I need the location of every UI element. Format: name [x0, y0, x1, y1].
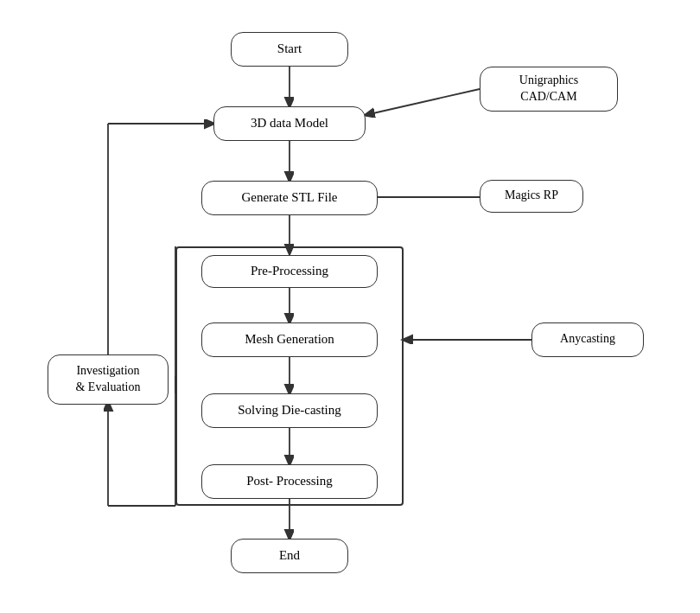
postprocessing-node: Post- Processing — [201, 464, 378, 499]
end-node: End — [231, 539, 348, 573]
flowchart-diagram: Start 3D data Model Generate STL File Pr… — [22, 13, 678, 601]
mesh-node: Mesh Generation — [201, 322, 378, 357]
magics-node: Magics RP — [480, 180, 583, 213]
stl-node: Generate STL File — [201, 181, 378, 215]
unigraphics-node: Unigraphics CAD/CAM — [480, 67, 618, 112]
start-node: Start — [231, 32, 348, 67]
svg-line-15 — [366, 89, 480, 115]
investigation-node: Investigation & Evaluation — [48, 354, 169, 405]
model3d-node: 3D data Model — [213, 106, 366, 141]
preprocessing-node: Pre-Processing — [201, 255, 378, 288]
anycasting-node: Anycasting — [531, 322, 644, 357]
solving-node: Solving Die-casting — [201, 393, 378, 428]
